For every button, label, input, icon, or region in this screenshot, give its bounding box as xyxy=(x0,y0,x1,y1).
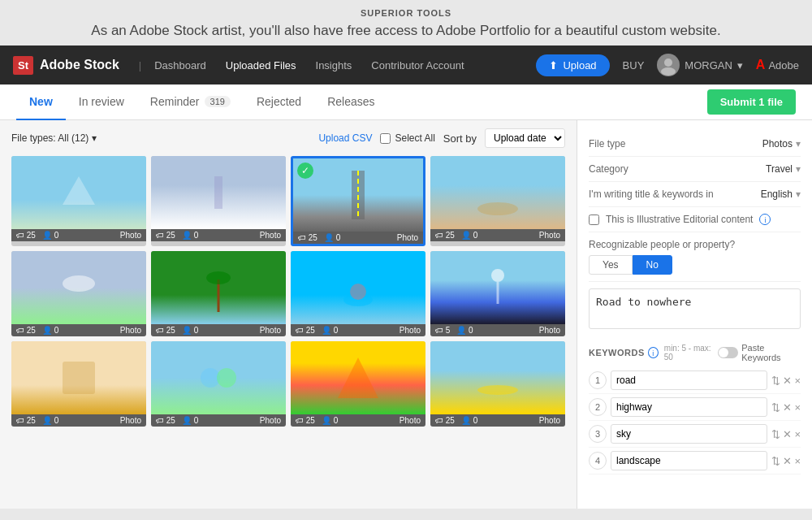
file-type-row: File type Photos ▾ xyxy=(589,132,801,157)
image-info: 🏷 25 👤 0 Photo xyxy=(293,232,423,244)
image-cell[interactable]: 🏷 25 👤 0 Photo xyxy=(151,341,286,427)
people-count: 👤 0 xyxy=(182,416,198,425)
keywords-info-icon[interactable]: i xyxy=(648,347,659,358)
image-thumbnail xyxy=(430,341,565,414)
keyword-edit-icon[interactable]: ✕ xyxy=(783,401,792,414)
buy-link[interactable]: BUY xyxy=(623,59,645,72)
tab-in-review[interactable]: In review xyxy=(66,84,137,120)
tab-rejected[interactable]: Rejected xyxy=(244,84,314,120)
svg-marker-2 xyxy=(63,176,95,205)
image-thumbnail xyxy=(151,156,286,229)
svg-marker-17 xyxy=(338,358,378,398)
tab-reminder[interactable]: Reminder 319 xyxy=(137,84,244,120)
tag-count: 🏷 25 xyxy=(435,416,455,425)
image-cell[interactable]: 🏷 25 👤 0 Photo xyxy=(151,156,286,246)
people-count: 👤 0 xyxy=(182,326,198,335)
category-label: Category xyxy=(589,163,628,175)
upload-csv-link[interactable]: Upload CSV xyxy=(318,132,372,144)
title-input[interactable]: Road to nowhere xyxy=(589,288,801,329)
keyword-edit-icon[interactable]: ✕ xyxy=(783,455,792,467)
yes-button[interactable]: Yes xyxy=(589,255,633,275)
image-cell[interactable]: 🏷 25 👤 0 Photo xyxy=(11,156,146,246)
image-cell[interactable]: 🏷 25 👤 0 Photo xyxy=(11,251,146,336)
paste-toggle: Paste Keywords xyxy=(718,343,801,362)
navbar: St Adobe Stock | Dashboard Uploaded File… xyxy=(0,46,812,84)
keyword-row: 1 ⇅ ✕ × xyxy=(589,367,801,394)
yes-no-toggle: Yes No xyxy=(589,255,801,275)
paste-toggle-switch[interactable] xyxy=(718,347,739,358)
svg-point-16 xyxy=(217,368,236,388)
keyword-delete-icon[interactable]: × xyxy=(794,428,801,440)
language-value[interactable]: English ▾ xyxy=(761,188,801,200)
nav-uploaded-files[interactable]: Uploaded Files xyxy=(226,59,296,72)
image-cell-selected[interactable]: ✓ 🏷 25 👤 0 Photo xyxy=(291,156,425,246)
keyword-input-2[interactable] xyxy=(611,397,767,417)
keyword-delete-icon[interactable]: × xyxy=(794,375,801,387)
editorial-info-icon[interactable]: i xyxy=(759,214,771,225)
image-info: 🏷 25 👤 0 Photo xyxy=(151,414,286,427)
tag-count: 🏷 25 xyxy=(156,326,175,335)
keyword-reorder-icon[interactable]: ⇅ xyxy=(771,375,780,387)
people-count: 👤 0 xyxy=(42,416,58,425)
file-types-dropdown[interactable]: File types: All (12) ▾ xyxy=(11,132,97,144)
reminder-badge: 319 xyxy=(205,96,231,107)
image-thumbnail xyxy=(430,251,565,324)
toolbar: File types: All (12) ▾ Upload CSV Select… xyxy=(11,128,565,148)
keyword-edit-icon[interactable]: ✕ xyxy=(783,428,792,440)
category-value[interactable]: Travel ▾ xyxy=(766,163,801,175)
sort-select[interactable]: Upload date Title Status xyxy=(485,128,565,148)
file-type-value[interactable]: Photos ▾ xyxy=(762,138,801,150)
language-chevron-icon: ▾ xyxy=(796,188,801,200)
nav-insights[interactable]: Insights xyxy=(316,59,352,72)
keyword-input-4[interactable] xyxy=(611,451,767,470)
keyword-input-1[interactable] xyxy=(611,370,767,390)
category-chevron-icon: ▾ xyxy=(796,163,801,175)
tab-new[interactable]: New xyxy=(16,84,66,120)
nav-divider: | xyxy=(139,59,141,72)
people-count: 👤 0 xyxy=(322,326,338,335)
image-thumbnail xyxy=(430,156,565,229)
user-area[interactable]: MORGAN ▾ xyxy=(657,54,743,76)
title-area: Road to nowhere xyxy=(589,288,801,338)
image-type: Photo xyxy=(120,326,141,335)
keyword-input-3[interactable] xyxy=(611,424,767,444)
image-cell[interactable]: 🏷 25 👤 0 Photo xyxy=(291,251,425,336)
no-button[interactable]: No xyxy=(633,255,672,275)
keyword-icons: ⇅ ✕ × xyxy=(771,455,801,467)
select-all-checkbox[interactable] xyxy=(380,133,391,144)
submit-button[interactable]: Submit 1 file xyxy=(707,89,796,115)
keyword-num: 3 xyxy=(589,425,607,443)
tab-releases[interactable]: Releases xyxy=(314,84,387,120)
image-info: 🏷 25 👤 0 Photo xyxy=(11,414,146,427)
people-count: 👤 0 xyxy=(322,416,338,425)
image-cell[interactable]: 🏷 25 👤 0 Photo xyxy=(430,156,565,246)
keyword-delete-icon[interactable]: × xyxy=(794,401,801,414)
image-type: Photo xyxy=(120,416,141,425)
image-cell[interactable]: 🏷 25 👤 0 Photo xyxy=(430,341,565,427)
logo-box: St xyxy=(13,56,33,75)
keyword-row: 2 ⇅ ✕ × xyxy=(589,394,801,421)
keyword-reorder-icon[interactable]: ⇅ xyxy=(771,401,780,414)
brand-label: SUPERIOR TOOLS xyxy=(16,8,796,18)
image-cell[interactable]: 🏷 25 👤 0 Photo xyxy=(151,251,286,336)
editorial-label: This is Illustrative Editorial content xyxy=(606,214,753,225)
keyword-delete-icon[interactable]: × xyxy=(794,455,801,467)
language-label: I'm writing title & keywords in xyxy=(589,188,714,200)
upload-button[interactable]: ⬆ Upload xyxy=(536,54,609,76)
people-count: 👤 0 xyxy=(461,416,477,425)
image-cell[interactable]: 🏷 25 👤 0 Photo xyxy=(11,341,146,427)
image-cell[interactable]: 🏷 25 👤 0 Photo xyxy=(291,341,425,427)
nav-contributor-account[interactable]: Contributor Account xyxy=(371,59,464,72)
keyword-reorder-icon[interactable]: ⇅ xyxy=(771,455,780,467)
nav-dashboard[interactable]: Dashboard xyxy=(154,59,206,72)
people-count: 👤 0 xyxy=(324,233,340,242)
image-cell[interactable]: 🏷 5 👤 0 Photo xyxy=(430,251,565,336)
editorial-checkbox[interactable] xyxy=(589,214,599,225)
select-all[interactable]: Select All xyxy=(380,132,434,144)
user-chevron-icon: ▾ xyxy=(737,59,743,72)
keyword-icons: ⇅ ✕ × xyxy=(771,401,801,414)
category-row: Category Travel ▾ xyxy=(589,157,801,182)
keyword-edit-icon[interactable]: ✕ xyxy=(783,375,792,387)
keyword-reorder-icon[interactable]: ⇅ xyxy=(771,428,780,440)
image-type: Photo xyxy=(400,326,421,335)
